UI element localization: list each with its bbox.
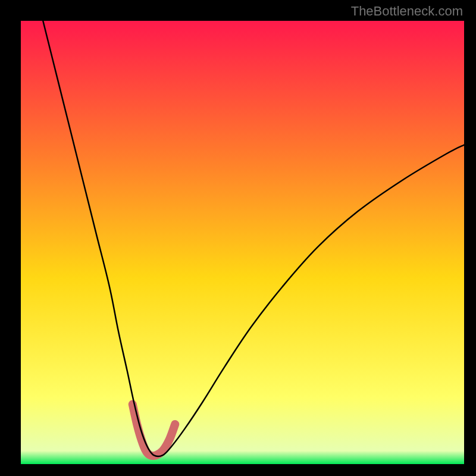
watermark-text: TheBottleneck.com bbox=[351, 4, 463, 19]
bottleneck-chart bbox=[21, 21, 464, 464]
chart-background bbox=[21, 21, 464, 464]
chart-canvas bbox=[21, 21, 464, 464]
